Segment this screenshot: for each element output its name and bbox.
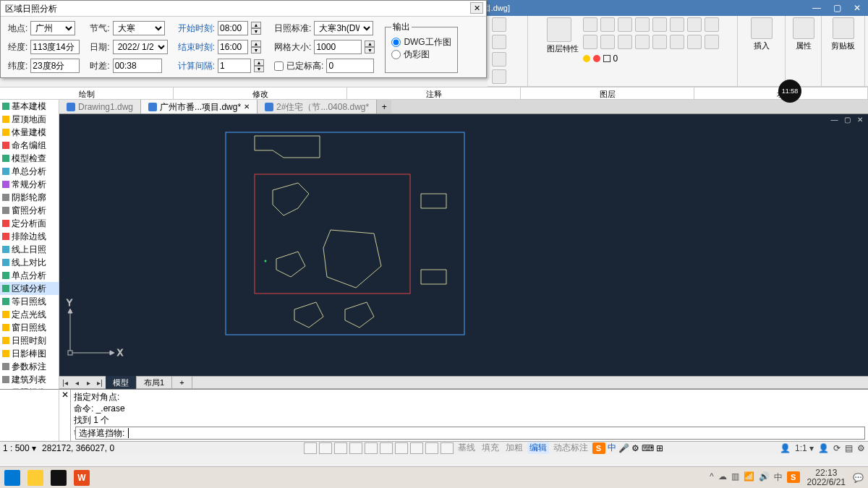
status-toggle-text[interactable]: 加粗 (503, 442, 525, 454)
status-toggle-button[interactable] (380, 442, 393, 454)
ribbon-button[interactable] (670, 17, 684, 32)
tray-battery-icon[interactable]: ▥ (731, 471, 739, 484)
notifications-icon[interactable]: 💬 (853, 473, 864, 483)
panel-close-button[interactable]: ✕ (470, 2, 483, 14)
ribbon-button[interactable] (705, 17, 719, 32)
date-select[interactable]: 2022/ 1/20 (113, 40, 168, 54)
ribbon-button[interactable] (652, 35, 667, 49)
new-tab-button[interactable]: + (377, 100, 391, 114)
window-maximize[interactable]: ▢ (829, 1, 845, 14)
tray-sound-icon[interactable]: 🔊 (759, 471, 770, 484)
step-spinner[interactable]: ▲▼ (254, 59, 264, 72)
standard-select[interactable]: 大寒3h(DWG1) (314, 21, 373, 35)
sogou-icon[interactable]: S (592, 442, 605, 454)
ribbon-button[interactable] (687, 35, 702, 49)
status-toggle-button[interactable] (441, 442, 454, 454)
ribbon-button[interactable] (583, 17, 597, 32)
sidebar-item[interactable]: 排除边线 (0, 230, 59, 243)
status-person-icon[interactable]: 👤 (780, 443, 791, 453)
step-input[interactable] (218, 59, 251, 73)
window-close[interactable]: ✕ (849, 1, 865, 14)
latitude-input[interactable] (30, 59, 80, 73)
ribbon-button[interactable] (652, 17, 667, 32)
command-input[interactable]: 选择遮挡物: (75, 427, 865, 440)
ribbon-button[interactable] (600, 17, 615, 32)
sidebar-item[interactable]: 常规分析 (0, 178, 59, 191)
status-toggle-button[interactable] (410, 442, 423, 454)
ribbon-button[interactable] (687, 17, 702, 32)
status-toggle-button[interactable] (395, 442, 408, 454)
ribbon-button[interactable] (635, 17, 650, 32)
layer-properties-button[interactable] (547, 17, 571, 42)
sidebar-item[interactable]: 建筑列表 (0, 373, 59, 386)
status-toggle-text[interactable]: 动态标注 (551, 442, 590, 454)
end-time-input[interactable] (218, 40, 248, 54)
drawing-canvas[interactable]: — ▢ ✕ XY (59, 114, 868, 376)
status-icon[interactable]: ⟳ (833, 443, 841, 453)
sidebar-item[interactable]: 日影棒图 (0, 347, 59, 360)
status-settings-icon[interactable]: ⚙ (857, 443, 865, 453)
layout-nav-last[interactable]: ▸| (94, 379, 106, 387)
sidebar-item[interactable]: 体量建模 (0, 126, 59, 139)
layout-tab-layout1[interactable]: 布局1 (137, 376, 172, 389)
layout-nav-prev[interactable]: ◂ (71, 379, 82, 387)
start-time-spinner[interactable]: ▲▼ (251, 22, 261, 35)
app-icon[interactable] (51, 470, 67, 486)
window-minimize[interactable]: — (809, 1, 825, 14)
ribbon-button[interactable] (600, 35, 615, 49)
sidebar-item[interactable]: 线上对比 (0, 256, 59, 269)
status-toggle-text[interactable]: 基线 (456, 442, 477, 454)
status-toggle-button[interactable] (319, 442, 332, 454)
sidebar-item[interactable]: 模型检查 (0, 152, 59, 165)
solar-term-select[interactable]: 大寒 (113, 21, 165, 35)
sidebar-item[interactable]: 参数标注 (0, 360, 59, 373)
status-toggle-button[interactable] (349, 442, 362, 454)
status-toggle-text[interactable]: 编辑 (527, 442, 549, 454)
ime-indicator[interactable]: 中 (608, 442, 616, 454)
status-icon[interactable]: 👤 (818, 443, 829, 453)
command-close-button[interactable]: ✕ (59, 390, 71, 441)
cat-draw[interactable]: 绘制 (0, 87, 174, 99)
grid-spinner[interactable]: ▲▼ (365, 40, 375, 53)
layout-nav-next[interactable]: ▸ (82, 379, 94, 387)
longitude-input[interactable] (30, 40, 80, 54)
ribbon-button[interactable] (635, 35, 650, 49)
ribbon-button[interactable] (492, 52, 506, 67)
tray-up-icon[interactable]: ^ (710, 471, 714, 484)
ribbon-button[interactable] (670, 35, 684, 49)
clipboard-button[interactable] (833, 17, 854, 39)
sidebar-item[interactable]: 区域分析 (0, 282, 59, 295)
status-toggle-button[interactable] (334, 442, 347, 454)
wps-icon[interactable]: W (74, 470, 90, 486)
status-toggle-button[interactable] (425, 442, 438, 454)
tray-cloud-icon[interactable]: ☁ (718, 471, 727, 484)
attributes-button[interactable] (793, 17, 814, 39)
ribbon-button[interactable] (705, 35, 719, 49)
scale-picker[interactable]: 1 : 500 ▾ (3, 443, 36, 453)
sidebar-item[interactable]: 单点分析 (0, 269, 59, 282)
sidebar-item[interactable]: 命名编组 (0, 139, 59, 152)
sidebar-item[interactable]: 屋顶地面 (0, 113, 59, 126)
sidebar-item[interactable]: 单总分析 (0, 165, 59, 178)
status-toggle-text[interactable]: 填充 (480, 442, 501, 454)
output-falsecolor-radio[interactable] (391, 50, 401, 59)
layout-tab-add[interactable]: + (172, 376, 192, 389)
ribbon-button[interactable] (618, 35, 632, 49)
sidebar-item[interactable]: 阴影轮廓 (0, 191, 59, 204)
file-tab-close[interactable]: ✕ (244, 100, 250, 114)
sidebar-item[interactable]: 窗照分析 (0, 204, 59, 217)
layout-tab-model[interactable]: 模型 (106, 376, 137, 389)
marked-height-checkbox[interactable] (274, 61, 284, 71)
start-button[interactable] (4, 470, 20, 486)
start-time-input[interactable] (218, 21, 248, 35)
tray-wifi-icon[interactable]: 📶 (744, 471, 754, 484)
cat-modify[interactable]: 修改 (174, 87, 347, 99)
cat-layer[interactable]: 图层 (521, 87, 694, 99)
output-dwg-radio[interactable] (391, 38, 401, 47)
sidebar-item[interactable]: 窗日照线 (0, 321, 59, 334)
status-icon[interactable]: 🎤 (618, 443, 629, 453)
sidebar-item[interactable]: 日照时刻 (0, 334, 59, 347)
tray-ime-icon[interactable]: 中 (774, 471, 783, 484)
cat-annotate[interactable]: 注释 (347, 87, 521, 99)
end-time-spinner[interactable]: ▲▼ (251, 40, 261, 53)
